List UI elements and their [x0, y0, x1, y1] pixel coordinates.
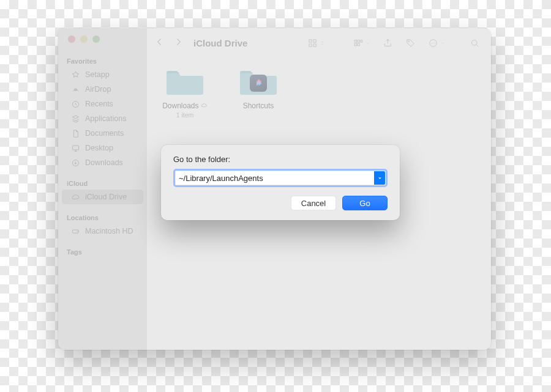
- tags-button[interactable]: [402, 38, 419, 48]
- svg-rect-12: [361, 40, 362, 42]
- view-grid-button[interactable]: [304, 38, 329, 48]
- sidebar-item-label: Downloads: [85, 158, 123, 167]
- desktop-icon: [70, 143, 80, 153]
- file-subtitle: 1 item: [176, 111, 194, 119]
- sidebar-item-label: Documents: [85, 129, 124, 138]
- sidebar-item-setapp[interactable]: Setapp: [62, 67, 143, 82]
- sidebar-item-label: Recents: [85, 100, 113, 108]
- close-window-button[interactable]: [68, 35, 75, 43]
- sidebar-header-icloud: iCloud: [58, 176, 147, 190]
- sidebar-header-locations: Locations: [58, 210, 147, 224]
- svg-point-18: [433, 42, 433, 43]
- shortcuts-app-icon: [250, 75, 267, 92]
- sidebar-item-documents[interactable]: Documents: [62, 126, 143, 141]
- svg-rect-6: [309, 39, 312, 42]
- sidebar-header-tags: Tags: [58, 245, 147, 258]
- airdrop-icon: [70, 84, 80, 94]
- window-controls: [58, 35, 147, 54]
- dialog-button-row: Cancel Go: [173, 196, 388, 210]
- clock-icon: [70, 99, 80, 109]
- svg-rect-11: [358, 40, 360, 42]
- sidebar-item-applications[interactable]: Applications: [62, 111, 143, 126]
- sidebar-item-macintosh-hd[interactable]: Macintosh HD: [62, 224, 143, 239]
- sidebar-item-label: Applications: [85, 114, 126, 123]
- sidebar-item-label: Macintosh HD: [85, 227, 133, 235]
- sidebar-item-label: AirDrop: [85, 85, 111, 94]
- path-input[interactable]: [175, 171, 373, 185]
- folder-shortcuts[interactable]: Shortcuts: [234, 68, 283, 111]
- svg-point-5: [77, 231, 78, 232]
- cancel-button[interactable]: Cancel: [291, 196, 336, 210]
- folder-icon: [165, 68, 205, 97]
- file-label: Downloads: [162, 102, 208, 111]
- folder-downloads[interactable]: Downloads 1 item: [160, 68, 209, 119]
- sidebar-item-icloud-drive[interactable]: iCloud Drive: [62, 190, 143, 204]
- group-button[interactable]: [350, 38, 374, 48]
- sidebar-item-recents[interactable]: Recents: [62, 97, 143, 111]
- forward-button[interactable]: [173, 37, 184, 50]
- cloud-icon: [70, 192, 80, 202]
- svg-point-15: [408, 40, 410, 42]
- svg-rect-9: [313, 43, 316, 46]
- sidebar-item-downloads[interactable]: Downloads: [62, 155, 143, 170]
- setapp-icon: [70, 70, 80, 80]
- share-button[interactable]: [379, 38, 397, 48]
- minimize-window-button[interactable]: [80, 35, 88, 43]
- svg-point-19: [435, 42, 435, 43]
- svg-point-17: [431, 42, 432, 43]
- sidebar-header-favorites: Favorites: [58, 54, 147, 67]
- svg-rect-2: [72, 146, 78, 150]
- dialog-title: Go to the folder:: [173, 155, 388, 164]
- window-title: iCloud Drive: [193, 38, 247, 48]
- download-icon: [70, 158, 80, 168]
- svg-rect-8: [309, 43, 312, 46]
- svg-rect-7: [313, 39, 316, 42]
- sidebar-item-label: Desktop: [85, 144, 113, 152]
- actions-button[interactable]: [424, 38, 449, 48]
- back-button[interactable]: [154, 37, 165, 50]
- cloud-status-icon: [201, 102, 208, 109]
- sidebar: Favorites Setapp AirDrop Recents Applica…: [58, 28, 147, 350]
- document-icon: [70, 128, 80, 138]
- search-button[interactable]: [466, 38, 484, 48]
- zoom-window-button[interactable]: [92, 35, 100, 43]
- toolbar: iCloud Drive: [147, 28, 491, 57]
- sidebar-item-label: iCloud Drive: [85, 193, 127, 201]
- file-label: Shortcuts: [243, 102, 274, 111]
- svg-rect-14: [358, 43, 360, 46]
- sidebar-item-desktop[interactable]: Desktop: [62, 141, 143, 155]
- sidebar-item-label: Setapp: [85, 70, 110, 79]
- go-to-folder-dialog: Go to the folder: Cancel Go: [161, 145, 400, 220]
- svg-rect-13: [354, 43, 357, 46]
- path-history-dropdown[interactable]: [374, 171, 385, 185]
- svg-point-20: [472, 40, 478, 45]
- go-button[interactable]: Go: [342, 196, 388, 210]
- sidebar-item-airdrop[interactable]: AirDrop: [62, 82, 143, 97]
- path-field-wrapper: [173, 169, 388, 187]
- grid-icon: [70, 114, 80, 124]
- svg-rect-10: [354, 40, 357, 42]
- folder-icon: [238, 68, 279, 97]
- disk-icon: [70, 226, 80, 236]
